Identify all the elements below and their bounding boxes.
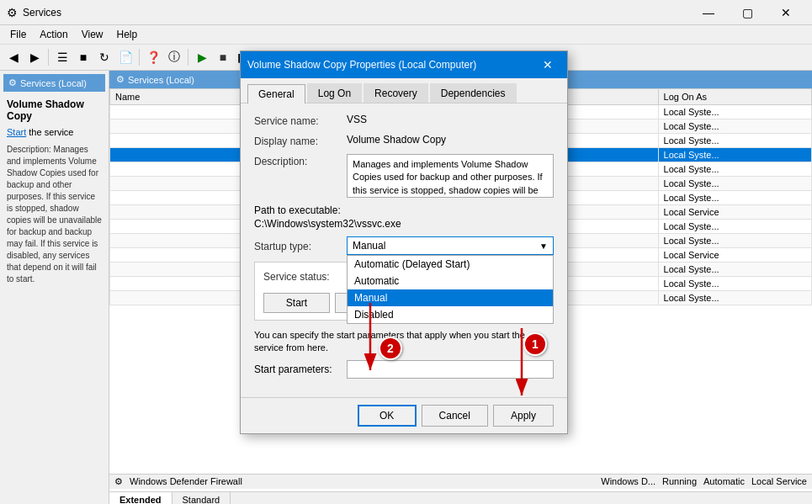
- dialog-title-bar: Volume Shadow Copy Properties (Local Com…: [241, 51, 567, 78]
- cell-logon: Local Syste...: [658, 191, 811, 205]
- window-controls: — ▢ ✕: [689, 0, 805, 25]
- tab-extended[interactable]: Extended: [109, 492, 172, 504]
- cell-logon: Local Syste...: [658, 134, 811, 148]
- dialog-footer: OK Cancel Apply: [241, 397, 567, 433]
- sidebar-start-link-row: Start the service: [7, 127, 102, 137]
- startup-option-auto[interactable]: Automatic: [348, 273, 553, 289]
- path-value: C:\Windows\system32\vssvc.exe: [254, 218, 554, 230]
- sidebar-icon: ⚙: [8, 77, 17, 88]
- sidebar-start-link[interactable]: Start: [7, 127, 26, 137]
- display-name-row: Display name: Volume Shadow Copy: [254, 134, 554, 147]
- cell-logon: Local Syste...: [658, 291, 811, 305]
- dialog-tab-general[interactable]: General: [247, 84, 305, 103]
- description-row: Description: Manages and implements Volu…: [254, 154, 554, 198]
- bottom-service-short: Windows D...: [601, 476, 655, 487]
- dialog-tab-logon[interactable]: Log On: [307, 83, 362, 103]
- dialog-tabs: General Log On Recovery Dependencies: [241, 78, 567, 103]
- minimize-button[interactable]: —: [689, 0, 728, 25]
- dialog-close-button[interactable]: ✕: [535, 56, 560, 73]
- maximize-button[interactable]: ▢: [728, 0, 767, 25]
- path-label: Path to executable:: [254, 204, 554, 216]
- cell-logon: Local Syste...: [658, 119, 811, 134]
- bottom-service-icon: ⚙: [114, 476, 123, 487]
- sidebar-description: Description: Manages and implements Volu…: [7, 144, 102, 285]
- app-icon: ⚙: [7, 6, 18, 19]
- content-header-icon: ⚙: [116, 74, 125, 85]
- cell-logon: Local Service: [658, 248, 811, 263]
- service-status-label: Service status:: [263, 269, 356, 283]
- play-button[interactable]: ▶: [192, 47, 212, 67]
- col-header-logon[interactable]: Log On As: [658, 89, 811, 105]
- sidebar-content: Volume Shadow Copy Start the service Des…: [3, 95, 105, 289]
- view-button[interactable]: ■: [73, 47, 93, 67]
- service-name-label: Service name:: [254, 114, 347, 127]
- path-row: Path to executable: C:\Windows\system32\…: [254, 204, 554, 230]
- menu-help[interactable]: Help: [110, 27, 145, 42]
- tab-standard[interactable]: Standard: [172, 492, 231, 504]
- startup-option-manual[interactable]: Manual: [348, 289, 553, 306]
- startup-option-auto-delayed[interactable]: Automatic (Delayed Start): [348, 256, 553, 273]
- dialog-tab-recovery[interactable]: Recovery: [364, 83, 428, 103]
- cell-logon: Local Syste...: [658, 220, 811, 234]
- forward-button[interactable]: ▶: [24, 47, 45, 67]
- sidebar-header-text: Services (Local): [20, 78, 87, 88]
- dropdown-arrow-icon: ▼: [539, 241, 548, 251]
- startup-selected[interactable]: Manual ▼: [347, 236, 554, 255]
- display-name-value: Volume Shadow Copy: [347, 134, 554, 146]
- startup-dropdown-list: Automatic (Delayed Start) Automatic Manu…: [347, 255, 554, 324]
- cell-logon: Local Syste...: [658, 277, 811, 291]
- startup-option-disabled[interactable]: Disabled: [348, 306, 553, 323]
- export-button[interactable]: 📄: [115, 47, 135, 67]
- cell-logon: Local Syste...: [658, 177, 811, 191]
- dialog-body: Service name: VSS Display name: Volume S…: [241, 103, 567, 397]
- description-value: Manages and implements Volume Shadow Cop…: [347, 154, 554, 198]
- menu-file[interactable]: File: [3, 27, 33, 42]
- startup-label: Startup type:: [254, 239, 347, 252]
- toolbar-sep-1: [48, 49, 49, 66]
- cell-logon: Local Syste...: [658, 105, 811, 119]
- params-row: Start parameters:: [254, 360, 554, 379]
- bottom-service-logon: Local Service: [751, 476, 807, 487]
- window-title: Services: [23, 7, 689, 19]
- toolbar-sep-3: [188, 49, 188, 66]
- content-header-text: Services (Local): [128, 75, 194, 85]
- bottom-tabs: Extended Standard: [109, 491, 812, 504]
- help-toolbar-button[interactable]: ❓: [143, 47, 163, 67]
- params-input[interactable]: [347, 360, 554, 379]
- cell-logon: Local Syste...: [658, 234, 811, 248]
- close-button[interactable]: ✕: [767, 0, 805, 25]
- menu-action[interactable]: Action: [33, 27, 74, 42]
- bottom-service-startup: Automatic: [703, 476, 745, 487]
- sidebar-link-suffix: the service: [26, 127, 73, 137]
- startup-dropdown[interactable]: Manual ▼ Automatic (Delayed Start) Autom…: [347, 236, 554, 255]
- params-label: Start parameters:: [254, 363, 347, 375]
- description-label: Description:: [254, 154, 347, 167]
- service-name-value: VSS: [347, 114, 554, 125]
- sidebar-service-title: Volume Shadow Copy: [7, 98, 102, 122]
- ok-button[interactable]: OK: [358, 405, 417, 427]
- show-hide-button[interactable]: ☰: [52, 47, 72, 67]
- params-info-text: You can specify the start parameters tha…: [254, 329, 554, 355]
- start-button[interactable]: Start: [263, 293, 330, 313]
- cell-logon: Local Syste...: [658, 148, 811, 162]
- stop-toolbar-button[interactable]: ■: [213, 47, 233, 67]
- dialog-title-text: Volume Shadow Copy Properties (Local Com…: [247, 59, 535, 71]
- menu-bar: File Action View Help: [0, 25, 812, 45]
- properties-dialog: Volume Shadow Copy Properties (Local Com…: [240, 50, 568, 434]
- info-button[interactable]: ⓘ: [164, 47, 184, 67]
- bottom-service-status: Running: [662, 476, 697, 487]
- bottom-service-name: Windows Defender Firewall: [130, 476, 242, 487]
- cell-logon: Local Syste...: [658, 263, 811, 277]
- dialog-tab-dependencies[interactable]: Dependencies: [430, 83, 517, 103]
- title-bar: ⚙ Services — ▢ ✕: [0, 0, 812, 25]
- menu-view[interactable]: View: [75, 27, 110, 42]
- toolbar-sep-2: [139, 49, 140, 66]
- service-name-row: Service name: VSS: [254, 114, 554, 127]
- refresh-button[interactable]: ↻: [94, 47, 114, 67]
- sidebar-header: ⚙ Services (Local): [3, 74, 105, 92]
- back-button[interactable]: ◀: [3, 47, 24, 67]
- status-row: ⚙ Windows Defender Firewall Windows D...…: [109, 474, 812, 489]
- display-name-label: Display name:: [254, 134, 347, 147]
- apply-button[interactable]: Apply: [493, 405, 554, 427]
- cancel-button[interactable]: Cancel: [422, 405, 488, 427]
